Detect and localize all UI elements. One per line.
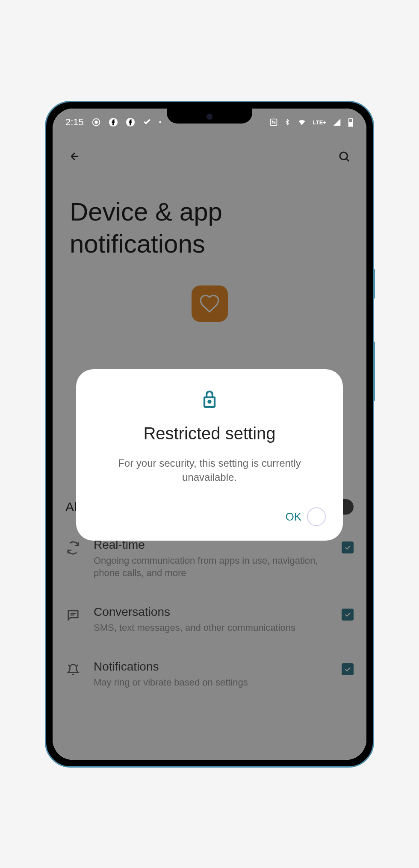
restricted-dialog: Restricted setting For your security, th… [76, 369, 343, 541]
nfc-icon [269, 118, 278, 127]
facebook-icon [126, 118, 135, 127]
status-right: LTE+ [269, 118, 354, 127]
bluetooth-icon [284, 118, 291, 127]
record-icon [91, 118, 101, 127]
ok-button[interactable]: OK [283, 506, 304, 528]
phone-screen: Device & app notifications Allow notific… [53, 109, 366, 760]
svg-point-10 [208, 400, 210, 403]
volume-button[interactable] [373, 269, 375, 299]
dot-icon: • [159, 118, 162, 126]
dialog-message: For your security, this setting is curre… [93, 456, 326, 485]
facebook-icon [109, 118, 118, 127]
battery-icon [348, 118, 354, 127]
status-time: 2:15 [65, 117, 84, 128]
dialog-title: Restricted setting [93, 424, 326, 443]
power-button[interactable] [373, 341, 375, 401]
svg-rect-7 [350, 118, 351, 119]
wifi-icon [297, 118, 307, 127]
svg-point-2 [94, 121, 97, 124]
notch [167, 109, 252, 124]
ripple-indicator [307, 507, 326, 526]
lock-icon [93, 388, 326, 409]
front-camera [207, 114, 212, 120]
app-icon [143, 118, 151, 127]
lte-label: LTE+ [313, 119, 326, 126]
status-left: 2:15 • [65, 117, 161, 128]
svg-rect-8 [349, 122, 352, 126]
dialog-actions: OK [93, 506, 326, 528]
signal-icon [332, 118, 342, 127]
phone-frame: Device & app notifications Allow notific… [45, 101, 374, 768]
